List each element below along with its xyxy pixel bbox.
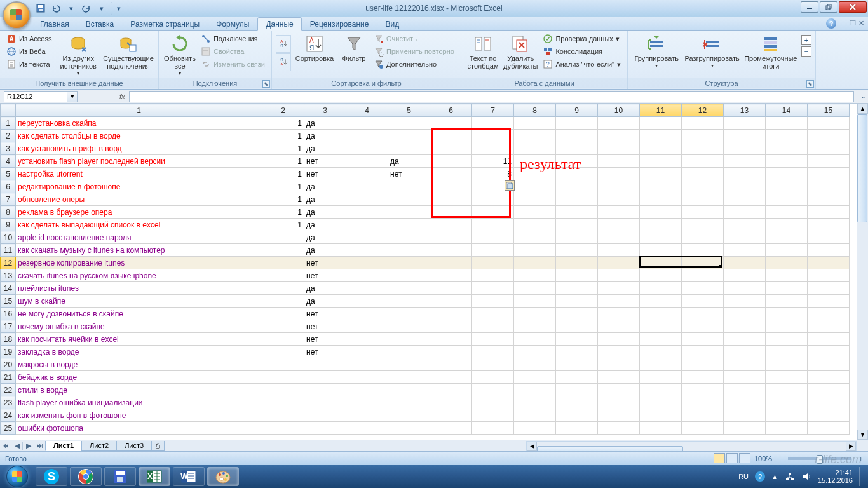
cell[interactable] [808,320,850,333]
column-header[interactable]: 15 [808,104,850,117]
hide-detail-icon[interactable]: − [801,46,811,57]
cell[interactable] [514,168,556,180]
cell[interactable]: установить flash player последней версии [16,155,262,168]
cell[interactable] [808,346,850,358]
cell[interactable] [724,384,766,396]
cell[interactable] [262,358,304,371]
cell[interactable] [766,117,808,130]
cell[interactable] [514,257,556,269]
cell[interactable] [430,396,472,409]
cell[interactable] [430,117,472,130]
cell[interactable] [808,117,850,130]
from-access-button[interactable]: AИз Access [4,32,54,45]
tray-help-icon[interactable]: ? [755,471,765,482]
tray-clock[interactable]: 21:41 15.12.2016 [818,469,853,484]
name-box-dropdown[interactable]: ▾ [67,91,78,102]
cell[interactable]: 1 [262,117,304,130]
cell[interactable] [808,333,850,346]
row-header[interactable]: 16 [1,308,16,320]
cell[interactable] [262,231,304,244]
cell[interactable] [724,142,766,155]
zoom-slider[interactable] [788,458,851,460]
cell[interactable] [808,206,850,219]
existing-connections-button[interactable]: Существующие подключения [102,32,154,76]
cell[interactable] [388,117,430,130]
cell[interactable] [682,231,724,244]
cell[interactable]: скачать itunes на русском языке iphone [16,269,262,282]
row-header[interactable]: 22 [1,384,16,396]
scroll-right-icon[interactable]: ▶ [846,442,856,451]
cell[interactable] [724,409,766,422]
column-header[interactable]: 9 [556,104,598,117]
scroll-left-icon[interactable]: ◀ [527,442,537,451]
cell[interactable] [598,358,640,371]
cell[interactable] [262,282,304,295]
cell[interactable] [514,396,556,409]
cell[interactable] [430,219,472,231]
row-header[interactable]: 24 [1,409,16,422]
cell[interactable] [430,333,472,346]
cell[interactable] [598,168,640,180]
cell[interactable] [472,320,514,333]
row-header[interactable]: 23 [1,396,16,409]
cell[interactable] [724,269,766,282]
cell[interactable] [808,282,850,295]
cell[interactable] [262,409,304,422]
tab-page-layout[interactable]: Разметка страницы [122,17,208,30]
cell[interactable] [346,320,388,333]
tray-flag-icon[interactable]: ▲ [771,473,778,480]
cell[interactable] [388,358,430,371]
cell[interactable] [430,180,472,193]
cell[interactable] [556,358,598,371]
tray-sound-icon[interactable] [801,471,811,482]
cell[interactable] [472,371,514,384]
cell[interactable] [514,333,556,346]
taskbar-save-icon[interactable] [104,467,136,486]
cell[interactable] [682,219,724,231]
cell[interactable]: как скачать музыку с itunes на компьютер [16,244,262,257]
cell[interactable] [388,333,430,346]
taskbar-chrome-icon[interactable] [70,467,102,486]
cell[interactable] [598,409,640,422]
cell[interactable]: 1 [262,193,304,206]
cell[interactable] [430,409,472,422]
cell[interactable] [724,206,766,219]
cell[interactable] [682,371,724,384]
cell[interactable] [640,231,682,244]
cell[interactable]: редактирование в фотошопе [16,180,262,193]
cell[interactable] [682,346,724,358]
cell[interactable] [430,358,472,371]
column-header[interactable]: 5 [388,104,430,117]
cell[interactable]: 1 [262,168,304,180]
cell[interactable] [472,384,514,396]
cell[interactable] [640,295,682,308]
cell[interactable]: резервное копирование itunes [16,257,262,269]
cell[interactable] [640,371,682,384]
row-header[interactable]: 25 [1,422,16,435]
cell[interactable]: да [304,193,346,206]
cell[interactable] [598,384,640,396]
sheet-nav-first-icon[interactable]: ⏮ [0,442,11,450]
cell[interactable] [430,206,472,219]
cell[interactable]: бейджик в ворде [16,371,262,384]
cell[interactable] [388,130,430,142]
cell[interactable] [598,308,640,320]
tab-data[interactable]: Данные [257,17,301,31]
cell[interactable] [766,396,808,409]
cell[interactable] [472,142,514,155]
cell[interactable] [766,168,808,180]
cell[interactable] [556,409,598,422]
cell[interactable] [514,295,556,308]
cell[interactable]: нет [304,257,346,269]
page-break-view-icon[interactable] [739,453,750,463]
cell[interactable] [262,320,304,333]
cell[interactable] [472,206,514,219]
data-validation-button[interactable]: Проверка данных ▾ [540,32,623,45]
cell[interactable] [598,282,640,295]
cell[interactable] [430,155,472,168]
cell[interactable] [262,244,304,257]
cell[interactable] [682,269,724,282]
cell[interactable] [472,130,514,142]
cell[interactable] [262,396,304,409]
cell[interactable] [346,358,388,371]
